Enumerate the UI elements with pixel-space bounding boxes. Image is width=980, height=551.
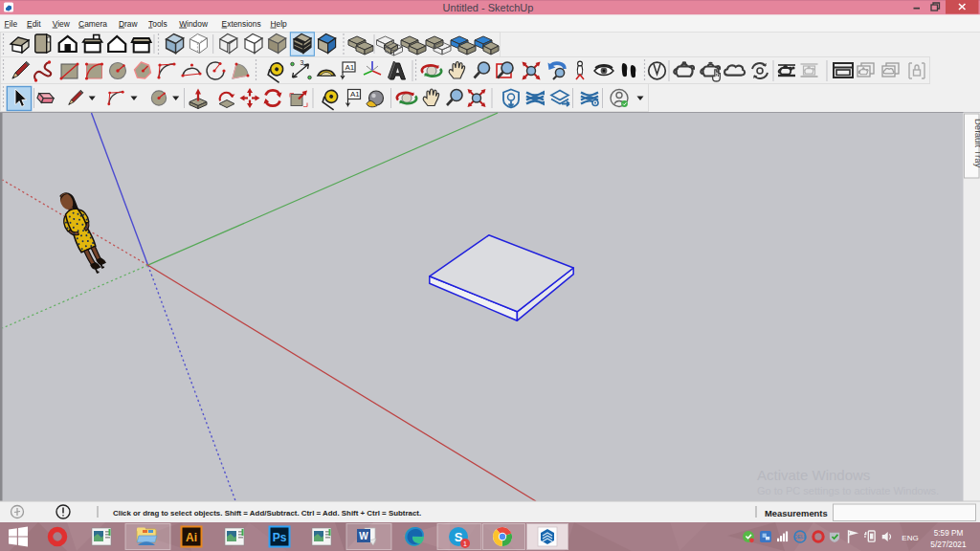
svg-text:Extensions: Extensions bbox=[222, 19, 261, 29]
svg-text:ENG: ENG bbox=[902, 534, 918, 542]
svg-text:DELL: DELL bbox=[794, 534, 807, 540]
svg-text:Draw: Draw bbox=[119, 19, 139, 29]
svg-text:Edit: Edit bbox=[27, 19, 41, 29]
svg-text:Default Tray: Default Tray bbox=[973, 119, 980, 167]
svg-text:Ps: Ps bbox=[273, 531, 287, 544]
svg-text:File: File bbox=[5, 19, 18, 29]
svg-text:1: 1 bbox=[463, 540, 467, 547]
svg-text:Go to PC settings to activate: Go to PC settings to activate Windows. bbox=[757, 485, 939, 496]
svg-text:3: 3 bbox=[301, 59, 304, 66]
svg-text:Untitled - SketchUp: Untitled - SketchUp bbox=[443, 2, 534, 13]
svg-text:Help: Help bbox=[271, 19, 288, 29]
svg-text:5/27/2021: 5/27/2021 bbox=[930, 540, 967, 549]
svg-text:Ai: Ai bbox=[186, 531, 197, 544]
svg-text:Click or drag to select object: Click or drag to select objects. Shift =… bbox=[113, 509, 421, 518]
svg-text:Tools: Tools bbox=[148, 19, 167, 29]
svg-text:Window: Window bbox=[179, 19, 209, 29]
svg-text:W: W bbox=[359, 531, 368, 541]
svg-text:Camera: Camera bbox=[78, 19, 107, 29]
svg-text:A1: A1 bbox=[345, 63, 355, 72]
svg-text:Activate Windows: Activate Windows bbox=[757, 467, 870, 483]
svg-text:View: View bbox=[53, 19, 71, 29]
svg-text:A1: A1 bbox=[350, 90, 360, 99]
svg-text:Measurements: Measurements bbox=[765, 508, 828, 518]
svg-text:5:59 PM: 5:59 PM bbox=[934, 529, 964, 538]
